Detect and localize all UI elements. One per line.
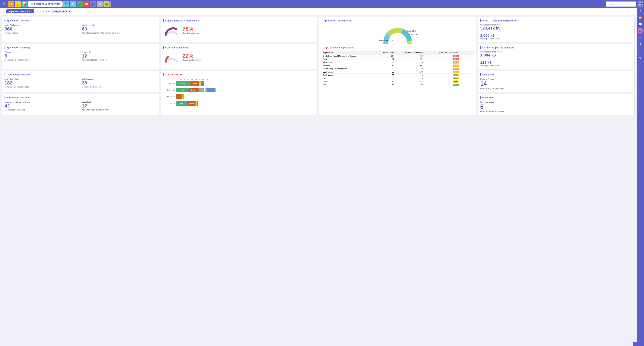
top10-table-body: Credit Card Virtual Management System 25… xyxy=(322,54,474,86)
gauge-container: 78% Data Completeness xyxy=(163,24,315,36)
critical-label: Critical xyxy=(163,82,175,84)
noncritical-bar-track xyxy=(176,94,315,99)
critical-bar-row: Critical Jade Bronze xyxy=(163,81,315,86)
unused-cell: 45 % xyxy=(438,70,474,74)
opex-planned-value: 523,412 k$ xyxy=(480,26,632,32)
gear-icon[interactable]: ⚙ xyxy=(97,1,103,7)
portfolio-select[interactable]: All Applications xyxy=(51,9,71,13)
add-icon[interactable]: ＋ xyxy=(110,1,116,7)
filter-input[interactable]: Filter... xyxy=(606,1,636,6)
personal-data-value: 42 xyxy=(4,103,79,109)
personal-data-desc: Application processing data xyxy=(4,109,79,111)
page-title-badge[interactable]: Application Portfolio ≡ xyxy=(6,9,34,13)
settings-sidebar-icon[interactable]: ⚙ xyxy=(638,55,643,60)
menu-icon[interactable]: ≡ xyxy=(31,10,32,12)
gauge-chart xyxy=(163,24,180,36)
save-sidebar-icon[interactable]: 💾 xyxy=(638,1,643,7)
capex-card: CAPEX - Capital Expenditure Current year… xyxy=(478,44,635,69)
purchased-cell: 800 xyxy=(404,54,438,58)
main-dashboard: Application Portfolio Active Application… xyxy=(0,15,644,117)
app-name-cell: Credit Card Virtual Management System xyxy=(322,54,382,58)
help-sidebar-icon[interactable]: ? xyxy=(638,8,643,13)
top10-card: Top 10 unused applications Application A… xyxy=(319,44,476,115)
x-label-60: 60 xyxy=(187,79,191,80)
active-apps-col: Active Applications 360 Active Applicati… xyxy=(4,24,79,34)
phasing-in-desc: Application in production in next 6 xyxy=(4,59,79,61)
chat-sidebar-icon[interactable]: 💬 xyxy=(638,21,643,27)
critical-blue-seg xyxy=(201,81,204,86)
running-value: 14 xyxy=(480,80,632,87)
select-all-checkbox[interactable] xyxy=(2,10,5,13)
upload-icon[interactable]: ⬆ xyxy=(70,1,76,7)
tree-icon[interactable]: 🌳 xyxy=(77,1,83,7)
unused-cell: 45 % xyxy=(438,67,474,70)
box-icon[interactable]: 📦 xyxy=(104,1,110,7)
app-name-cell: Project/Program Management xyxy=(322,67,382,70)
out-of-support-label: Out of support xyxy=(82,78,156,80)
opex-planned-label: Current year planned OPEX xyxy=(480,24,632,26)
portfolio-tab-label: PORTFOLIO REPORTING xyxy=(34,3,60,5)
info-portfolio-title: Information Portfolio xyxy=(4,96,156,99)
essential-bronze-seg: Bronze xyxy=(189,88,198,92)
asset-gauge-chart xyxy=(163,51,180,63)
opex-spent-value: 2,000 k$ xyxy=(480,33,632,38)
data-at-risk-desc: Application processing sensitive data xyxy=(82,109,156,111)
capex-planned-value: 1,984 k$ xyxy=(480,53,632,59)
portfolio-reporting-tab[interactable]: 📋 PORTFOLIO REPORTING xyxy=(28,1,62,7)
unused-cell: 30 % xyxy=(438,83,474,86)
data-completeness-card: Application Data Completeness 78% Data C… xyxy=(161,17,318,42)
resource-issues-label: Resource issues xyxy=(480,101,632,103)
chart-icon[interactable]: 📊 xyxy=(22,1,28,7)
ppt-sidebar-icon[interactable]: P xyxy=(638,48,643,54)
col-active-users: Active Users xyxy=(382,51,404,54)
capex-spent-label: Current yeat spent OPEX xyxy=(480,65,632,66)
info-portfolio-card: Information Portfolio Applications with … xyxy=(2,94,159,115)
bulb-icon[interactable]: 💡 xyxy=(15,1,21,7)
mission-critical-col: Mission critical 60 Applications support… xyxy=(82,24,156,34)
personal-data-label: Applications with personal data xyxy=(4,101,79,103)
purchased-cell: 220 xyxy=(404,83,438,86)
criticality-card: Criticality by SLA 0 20 40 60 80 100 120… xyxy=(161,71,318,115)
data-at-risk-value: 12 xyxy=(82,103,156,109)
undo-sidebar-icon[interactable]: ↩ xyxy=(638,35,643,40)
people-icon[interactable]: 👥 xyxy=(90,1,96,7)
x-label-100: 100 xyxy=(195,79,198,80)
opex-spent-label: Current yeat spent OPEX xyxy=(480,38,632,39)
x-label-120: 120 xyxy=(198,79,202,80)
x-label-80: 80 xyxy=(191,79,195,80)
table-row: Stock Management 70 120 42 % xyxy=(322,74,474,77)
active-users-cell: 155 xyxy=(382,83,404,86)
search-icon[interactable]: 🔍 xyxy=(1,1,8,7)
purchased-cell: 50 xyxy=(404,80,438,83)
public-cloud-label: Public cloud : 16% xyxy=(379,40,393,41)
essential-blue-seg xyxy=(206,88,216,92)
unused-badge: 68 % xyxy=(453,55,459,57)
essential-bar-row: Essential Jade Bronze Silver xyxy=(163,88,315,92)
home-sidebar-icon[interactable]: 🏠 xyxy=(638,15,643,20)
active-users-cell: 65 xyxy=(382,61,404,64)
tactical-label: Tactical xyxy=(163,102,175,104)
app-name-cell: Stock Management xyxy=(322,74,382,77)
capex-planned-label: Current year planned CAPEX xyxy=(480,51,632,53)
home-icon[interactable]: 🏠 xyxy=(8,1,14,7)
filter-placeholder: Filter... xyxy=(608,3,614,5)
investment-card: Investment Running Projects 14 Project i… xyxy=(478,71,635,92)
folder-icon[interactable]: 📁 xyxy=(83,1,90,7)
users-sidebar-icon[interactable]: 👥 xyxy=(638,28,643,33)
asset-percentage: 22% xyxy=(183,53,201,59)
purchased-cell: 100 xyxy=(404,70,438,74)
running-desc: Project in progress within the port xyxy=(480,88,632,89)
excel-sidebar-icon[interactable]: X xyxy=(638,41,643,47)
sub-header: Application Portfolio ≡ ▼ Portfolio All … xyxy=(0,8,644,15)
data-at-risk-label: Data at risk xyxy=(82,101,156,103)
flag-icon[interactable]: 🚩 xyxy=(63,1,69,7)
unused-cell: 60 % xyxy=(438,58,474,61)
unused-badge: 42 % xyxy=(453,74,459,76)
personal-data-col: Applications with personal data 42 Appli… xyxy=(4,101,79,111)
asset-responsibilities-card: Asset responsibilities 22% Responsabilit… xyxy=(161,44,318,69)
opex-card: OPEX - Operational Expenditure Current y… xyxy=(478,17,635,42)
table-row: Trilix 65 110 41 % xyxy=(322,77,474,80)
table-row: Aatlandtide 65 120 46 % xyxy=(322,61,474,64)
tech-portfolio-card: Technology Portfolio Active Tech Stack 1… xyxy=(2,71,159,92)
active-apps-label: Active Applications xyxy=(4,24,79,26)
